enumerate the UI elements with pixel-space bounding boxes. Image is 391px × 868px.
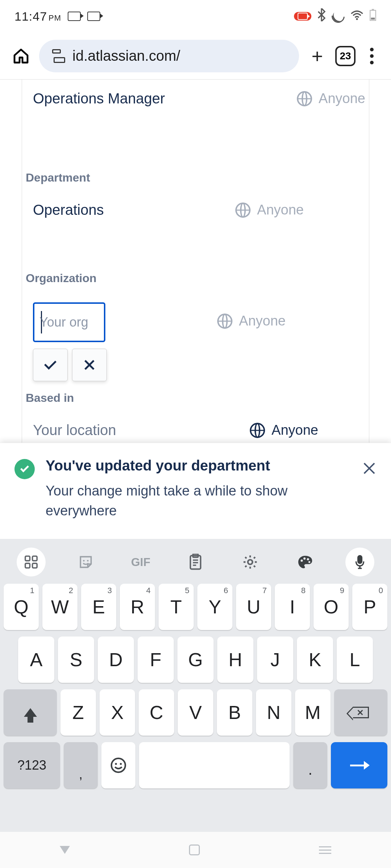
cancel-button[interactable] <box>72 349 107 381</box>
kb-theme-button[interactable] <box>291 548 320 576</box>
nav-back-button[interactable] <box>60 846 70 854</box>
based-in-visibility[interactable]: Anyone <box>250 422 318 438</box>
key-v[interactable]: V <box>178 689 213 736</box>
key-f[interactable]: F <box>138 637 174 683</box>
svg-rect-6 <box>25 563 30 568</box>
wifi-icon <box>350 9 363 24</box>
svg-rect-4 <box>25 556 30 561</box>
svg-point-21 <box>112 758 125 772</box>
kb-clipboard-button[interactable] <box>181 548 210 576</box>
home-button[interactable] <box>10 45 32 67</box>
tab-switcher-button[interactable]: 23 <box>335 46 356 66</box>
toast-notification: You've updated your department Your chan… <box>0 443 391 539</box>
svg-rect-7 <box>32 563 37 568</box>
key-u[interactable]: U7 <box>236 584 271 630</box>
url-text: id.atlassian.com/ <box>72 48 180 64</box>
globe-icon <box>217 314 232 329</box>
key-q[interactable]: Q1 <box>4 584 39 630</box>
key-p[interactable]: P0 <box>352 584 387 630</box>
key-g[interactable]: G <box>177 637 214 683</box>
key-o[interactable]: O9 <box>314 584 349 630</box>
camera-icon <box>68 12 81 21</box>
screen-record-badge <box>294 12 311 21</box>
kb-voice-button[interactable] <box>345 548 374 576</box>
key-t[interactable]: T5 <box>159 584 194 630</box>
key-m[interactable]: M <box>295 689 331 736</box>
based-in-label: Based in <box>26 391 365 405</box>
key-enter[interactable] <box>331 742 387 788</box>
page-content: Operations Manager Anyone Department Ope… <box>0 80 391 539</box>
svg-point-16 <box>300 559 303 562</box>
key-l[interactable]: L <box>337 637 373 683</box>
kb-settings-button[interactable] <box>236 548 265 576</box>
kb-apps-button[interactable] <box>17 548 46 576</box>
svg-point-9 <box>87 560 88 561</box>
site-settings-icon <box>51 51 65 61</box>
browser-toolbar: id.atlassian.com/ + 23 <box>0 33 391 80</box>
camera-icon <box>87 12 100 21</box>
key-shift[interactable] <box>4 689 57 736</box>
soft-keyboard: GIF Q1W2E3R4T5Y6U7I8O9P0 ASDFGHJKL ZXCVB… <box>0 539 391 832</box>
key-space[interactable] <box>139 742 290 788</box>
toast-message: Your change might take a while to show e… <box>46 481 351 521</box>
svg-point-15 <box>248 560 253 565</box>
success-icon <box>14 459 35 479</box>
kb-sticker-button[interactable] <box>71 548 100 576</box>
key-s[interactable]: S <box>58 637 94 683</box>
nav-recent-button[interactable] <box>319 846 331 854</box>
confirm-button[interactable] <box>33 349 68 381</box>
key-backspace[interactable] <box>334 689 387 736</box>
key-w[interactable]: W2 <box>42 584 77 630</box>
key-comma[interactable]: , <box>64 742 98 788</box>
based-in-value[interactable]: Your location <box>33 422 116 438</box>
url-bar[interactable]: id.atlassian.com/ <box>39 40 299 72</box>
svg-point-19 <box>308 561 310 563</box>
svg-point-8 <box>83 560 84 561</box>
key-period[interactable]: . <box>293 742 327 788</box>
browser-menu-button[interactable] <box>363 48 381 64</box>
svg-rect-20 <box>357 555 362 564</box>
key-e[interactable]: E3 <box>81 584 116 630</box>
key-r[interactable]: R4 <box>120 584 155 630</box>
key-emoji[interactable] <box>101 742 135 788</box>
bluetooth-icon <box>317 8 326 24</box>
department-label: Department <box>26 171 365 184</box>
key-c[interactable]: C <box>139 689 174 736</box>
svg-rect-5 <box>32 556 37 561</box>
organization-visibility[interactable]: Anyone <box>217 313 286 329</box>
key-y[interactable]: Y6 <box>197 584 232 630</box>
dnd-icon <box>329 7 348 26</box>
department-visibility[interactable]: Anyone <box>235 202 304 218</box>
department-value[interactable]: Operations <box>33 202 104 218</box>
key-b[interactable]: B <box>217 689 252 736</box>
key-d[interactable]: D <box>98 637 134 683</box>
svg-point-18 <box>307 558 309 560</box>
battery-icon <box>369 9 377 24</box>
toast-title: You've updated your department <box>46 458 351 474</box>
job-title-visibility[interactable]: Anyone <box>297 91 365 106</box>
svg-point-22 <box>115 763 117 765</box>
key-n[interactable]: N <box>256 689 291 736</box>
new-tab-button[interactable]: + <box>306 45 328 67</box>
key-j[interactable]: J <box>257 637 293 683</box>
organization-label: Organization <box>26 272 365 285</box>
key-symbols[interactable]: ?123 <box>4 742 60 788</box>
key-a[interactable]: A <box>18 637 54 683</box>
key-x[interactable]: X <box>100 689 135 736</box>
key-k[interactable]: K <box>297 637 333 683</box>
globe-icon <box>297 91 312 106</box>
job-title-value[interactable]: Operations Manager <box>33 90 165 107</box>
kb-gif-button[interactable]: GIF <box>126 548 155 576</box>
svg-point-17 <box>303 557 306 559</box>
status-time: 11:47PM <box>14 9 61 24</box>
key-h[interactable]: H <box>217 637 253 683</box>
globe-icon <box>235 203 251 218</box>
key-z[interactable]: Z <box>60 689 96 736</box>
svg-point-0 <box>356 18 358 20</box>
key-i[interactable]: I8 <box>275 584 310 630</box>
organization-input[interactable]: Your org <box>33 302 105 342</box>
system-nav-bar <box>0 832 391 868</box>
toast-close-button[interactable] <box>362 461 377 476</box>
nav-home-button[interactable] <box>189 844 200 855</box>
svg-rect-3 <box>371 18 375 20</box>
